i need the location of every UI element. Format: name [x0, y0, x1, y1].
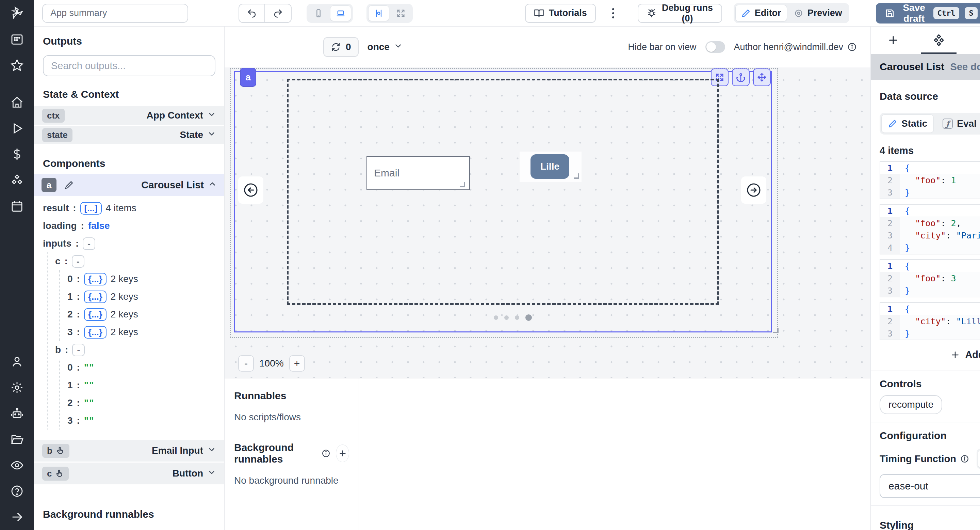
output-row-state[interactable]: state State	[34, 126, 224, 144]
expand-object-button[interactable]: {...}	[84, 308, 107, 321]
static-mode-tab[interactable]: Static	[881, 115, 934, 133]
search-outputs-input[interactable]	[43, 55, 215, 76]
expand-object-button[interactable]: {...}	[84, 273, 107, 286]
button-label: Button	[172, 468, 203, 479]
settings-tabs	[871, 27, 980, 54]
component-row-carousel[interactable]: a Carousel List	[34, 174, 224, 196]
zoom-in-button[interactable]: +	[289, 355, 305, 372]
carousel-next-button[interactable]	[741, 176, 766, 204]
collapse-button[interactable]: -	[72, 344, 85, 356]
data-item-3: 1{ 2 "foo": 3 3}	[880, 259, 980, 297]
app-summary-input[interactable]	[42, 4, 188, 23]
component-settings-tab[interactable]	[929, 27, 949, 54]
carousel-component-frame[interactable]: a Lille	[234, 71, 772, 332]
static-pencil-tab[interactable]	[978, 450, 980, 468]
center-content-button[interactable]	[368, 5, 389, 21]
move-component-button[interactable]	[753, 69, 771, 86]
app-canvas[interactable]: a Lille	[224, 67, 870, 378]
editor-label: Editor	[755, 8, 781, 18]
component-header-bar: Carousel List See documentation	[871, 54, 980, 80]
expand-object-button[interactable]: {...}	[84, 326, 107, 338]
schedule-dropdown[interactable]: once	[368, 42, 402, 53]
see-documentation-link[interactable]: See documentation	[950, 61, 980, 73]
email-input-field[interactable]	[366, 156, 470, 190]
hide-bar-label: Hide bar on view	[628, 42, 696, 53]
collapse-button[interactable]: -	[83, 238, 95, 250]
rename-pencil-icon[interactable]	[61, 178, 77, 192]
undo-redo-group	[239, 4, 292, 23]
apps-icon[interactable]	[0, 27, 34, 53]
carousel-list-label: Carousel List	[141, 179, 204, 191]
redo-button[interactable]	[265, 4, 292, 23]
carousel-dot[interactable]	[515, 315, 519, 320]
carousel-prev-button[interactable]	[238, 176, 263, 204]
json-editor[interactable]: 1{ 2 "foo": 1 3}	[880, 161, 980, 199]
help-icon[interactable]	[0, 478, 34, 504]
save-draft-button[interactable]: Save draft Ctrl S	[876, 3, 980, 24]
timing-function-select[interactable]: ease-out	[880, 474, 980, 498]
component-a-handle[interactable]: a	[240, 68, 256, 87]
resize-handle[interactable]	[460, 182, 465, 187]
schedules-calendar-icon[interactable]	[0, 193, 34, 219]
tree-index: 1	[67, 380, 73, 391]
component-resize-handle[interactable]	[773, 328, 778, 333]
carousel-dot[interactable]	[504, 315, 509, 320]
undo-button[interactable]	[239, 4, 265, 23]
editor-tab[interactable]: Editor	[735, 5, 787, 21]
more-menu-button[interactable]	[608, 4, 619, 23]
collapse-arrow-icon[interactable]	[0, 504, 34, 530]
left-icon-rail	[0, 0, 34, 530]
refresh-count-button[interactable]: 0	[323, 37, 359, 57]
add-item-button[interactable]: Add	[945, 346, 980, 363]
eye-icon[interactable]	[0, 452, 34, 478]
variables-dollar-icon[interactable]	[0, 141, 34, 167]
state-badge: state	[42, 128, 73, 142]
home-icon[interactable]	[0, 89, 34, 115]
workers-robot-icon[interactable]	[0, 401, 34, 426]
eval-mode-tab[interactable]: ƒ Eval	[937, 115, 980, 132]
expand-object-button[interactable]: {...}	[84, 291, 107, 303]
json-editor[interactable]: 1{ 2 "city": "Lille" 3}	[880, 302, 980, 340]
fullwidth-button[interactable]	[391, 6, 411, 21]
undo-icon	[247, 8, 257, 18]
folders-icon[interactable]	[0, 426, 34, 452]
recompute-chip[interactable]: recompute	[880, 395, 942, 414]
output-row-ctx[interactable]: ctx App Context	[34, 106, 224, 125]
info-icon[interactable]	[321, 449, 331, 458]
component-a-badge: a	[41, 178, 56, 192]
outputs-panel: Outputs State & Context ctx App Context …	[34, 27, 224, 530]
tutorials-button[interactable]: Tutorials	[525, 4, 596, 23]
json-editor[interactable]: 1{ 2 "foo": 2, 3 "city": "Paris" 4}	[880, 204, 980, 254]
settings-gear-icon[interactable]	[0, 375, 34, 401]
hide-bar-toggle[interactable]	[705, 41, 725, 53]
component-row-button[interactable]: c Button	[34, 463, 224, 484]
add-background-runnable-button[interactable]	[336, 444, 349, 462]
carousel-dot-active[interactable]	[525, 314, 532, 321]
windmill-logo-icon[interactable]	[0, 0, 34, 27]
styling-brush-tab[interactable]	[974, 27, 980, 54]
info-icon[interactable]	[960, 454, 969, 463]
expand-array-button[interactable]: [...]	[80, 202, 102, 215]
desktop-view-button[interactable]	[330, 5, 351, 21]
insert-component-tab[interactable]	[883, 27, 904, 54]
runs-play-icon[interactable]	[0, 115, 34, 141]
carousel-dot[interactable]	[494, 315, 498, 320]
lille-button[interactable]: Lille	[530, 154, 569, 179]
resources-cubes-icon[interactable]	[0, 167, 34, 193]
debug-runs-button[interactable]: Debug runs (0)	[638, 4, 722, 23]
zoom-out-button[interactable]: -	[238, 355, 254, 372]
collapse-button[interactable]: -	[72, 255, 84, 268]
mobile-view-button[interactable]	[308, 6, 329, 21]
user-icon[interactable]	[0, 349, 34, 375]
info-icon[interactable]	[847, 42, 857, 52]
preview-tab[interactable]: Preview	[788, 5, 848, 21]
background-runnables-title: Background runnables	[234, 442, 316, 465]
background-runnables-title: Background runnables	[43, 509, 215, 520]
carousel-item-dropzone[interactable]	[287, 79, 719, 305]
favorites-star-icon[interactable]	[0, 53, 34, 78]
component-row-email[interactable]: b Email Input	[34, 440, 224, 461]
resize-handle[interactable]	[574, 173, 579, 179]
pencil-icon	[888, 119, 897, 128]
anchor-component-button[interactable]	[732, 69, 749, 86]
json-editor[interactable]: 1{ 2 "foo": 3 3}	[880, 259, 980, 297]
